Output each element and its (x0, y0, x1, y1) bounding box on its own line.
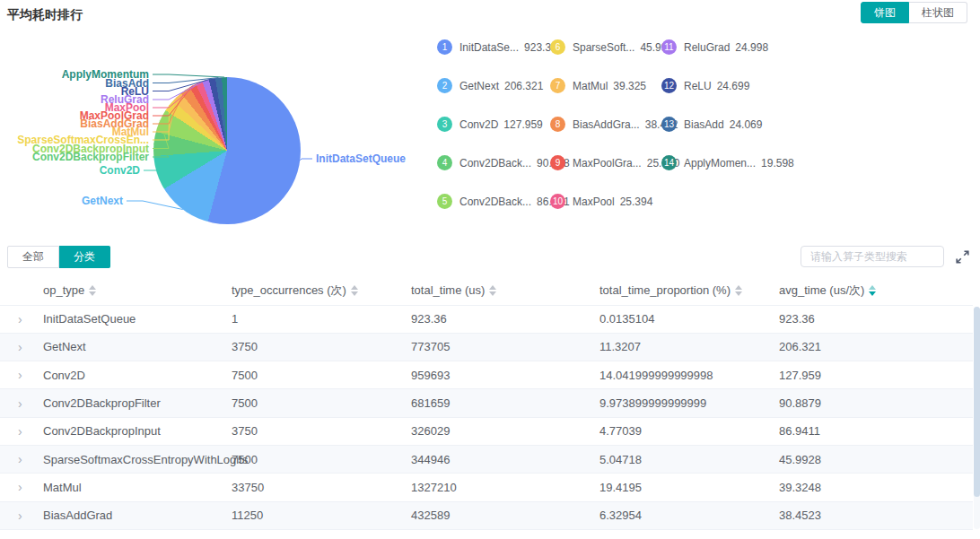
column-header[interactable]: avg_time (us/次) (779, 276, 973, 305)
legend-item: 11ReluGrad24.998 (661, 28, 814, 66)
chart-type-toggle: 饼图 柱状图 (861, 2, 967, 23)
table-cell: 11.3207 (599, 333, 779, 361)
table-cell: 923.36 (779, 305, 973, 333)
table-cell: Conv2DBackpropFilter (43, 389, 232, 417)
table-scope-tabs: 全部 分类 (7, 246, 110, 268)
column-header[interactable]: type_occurrences (次) (232, 276, 411, 305)
legend-rank-badge: 3 (437, 117, 452, 132)
table-row[interactable]: ›BiasAddGrad112504325896.3295438.4523 (0, 501, 973, 529)
column-header-label: avg_time (us/次) (779, 283, 864, 299)
row-expand-chevron-icon[interactable]: › (0, 397, 43, 410)
table-cell: 959693 (411, 361, 599, 389)
row-expand-chevron-icon[interactable]: › (0, 425, 43, 438)
table-cell: 206.321 (779, 333, 973, 361)
table-cell: InitDataSetQueue (43, 305, 232, 333)
table-row[interactable]: ›SparseSoftmaxCrossEntropyWithLogits7500… (0, 445, 973, 473)
column-header-label: op_type (43, 283, 84, 297)
sort-carets-icon[interactable] (869, 285, 876, 296)
table-cell: 19.4195 (599, 474, 779, 501)
tab-category[interactable]: 分类 (59, 246, 110, 268)
legend-op-name: MaxPoolGra... (573, 157, 642, 170)
pie-slice-label: Conv2D (100, 164, 140, 177)
legend-rank-badge: 13 (661, 117, 677, 132)
sort-carets-icon[interactable] (735, 285, 742, 296)
pie-view-button[interactable]: 饼图 (861, 2, 909, 23)
legend-op-name: MatMul (573, 80, 608, 92)
table-cell: BiasAddGrad (43, 501, 232, 529)
row-expand-chevron-icon[interactable]: › (0, 369, 43, 381)
column-header-label: total_time_proportion (%) (599, 283, 731, 297)
legend-op-name: Conv2D (459, 118, 498, 131)
legend-item: 5Conv2DBack...86.941 (437, 182, 550, 221)
legend-op-value: 25.394 (620, 196, 653, 208)
legend-op-name: MaxPool (573, 196, 615, 208)
legend-item: 3Conv2D127.959 (437, 105, 550, 143)
legend-op-name: ApplyMomen... (684, 157, 756, 170)
chart-legend: 1InitDataSe...923.3602GetNext206.3213Con… (437, 28, 814, 221)
pie-slice-label: ApplyMomentum (62, 68, 149, 81)
fullscreen-expand-icon[interactable] (956, 250, 969, 264)
legend-op-value: 24.699 (717, 80, 750, 92)
table-cell: 681659 (411, 389, 599, 417)
bar-view-button[interactable]: 柱状图 (909, 2, 967, 23)
column-header[interactable]: total_time (us) (411, 276, 599, 305)
table-row[interactable]: ›MatMul33750132721019.419539.3248 (0, 474, 973, 501)
search-input[interactable] (801, 246, 944, 267)
pie-slice-label: GetNext (82, 195, 123, 207)
pie-chart-panel: InitDataSetQueueGetNextConv2DConv2DBackp… (0, 27, 422, 238)
table-row[interactable]: ›Conv2DBackpropFilter75006816599.9738999… (0, 389, 973, 417)
table-scrollbar-track[interactable] (974, 307, 980, 529)
row-expand-chevron-icon[interactable]: › (0, 481, 43, 493)
legend-rank-badge: 9 (550, 155, 565, 170)
table-cell: 33750 (232, 474, 411, 501)
legend-item: 6SparseSoft...45.993 (550, 28, 661, 66)
legend-op-value: 24.069 (730, 118, 763, 131)
table-row[interactable]: ›InitDataSetQueue1923.360.0135104923.36 (0, 305, 973, 333)
table-row[interactable]: ›Conv2D750095969314.041999999999998127.9… (0, 361, 973, 389)
column-header[interactable]: total_time_proportion (%) (599, 276, 779, 305)
row-expand-chevron-icon[interactable]: › (0, 509, 43, 522)
table-cell: 4.77039 (599, 417, 779, 445)
column-header-label: type_occurrences (次) (232, 283, 346, 299)
sort-carets-icon[interactable] (489, 285, 496, 296)
legend-op-name: ReluGrad (684, 41, 730, 54)
table-cell: 7500 (232, 361, 411, 389)
legend-op-name: ReLU (684, 80, 712, 92)
row-expand-chevron-icon[interactable]: › (0, 341, 43, 353)
table-cell: 326029 (411, 417, 599, 445)
legend-rank-badge: 4 (437, 155, 452, 170)
legend-item: 14ApplyMomen...19.598 (661, 143, 814, 182)
pie-chart[interactable] (153, 77, 301, 224)
table-row[interactable]: ›Conv2DBackpropInput37503260294.7703986.… (0, 417, 973, 445)
legend-rank-badge: 12 (661, 78, 677, 93)
table-cell: 344946 (411, 445, 599, 473)
column-header[interactable]: op_type (43, 276, 232, 305)
row-expand-chevron-icon[interactable]: › (0, 453, 43, 465)
pie-leader-line (300, 159, 312, 161)
tab-all[interactable]: 全部 (7, 246, 59, 268)
legend-op-value: 19.598 (761, 157, 794, 170)
table-header-row: op_typetype_occurrences (次)total_time (u… (0, 276, 973, 305)
legend-op-name: BiasAdd (684, 118, 724, 131)
legend-rank-badge: 1 (437, 39, 452, 55)
legend-rank-badge: 10 (550, 194, 565, 209)
legend-op-name: Conv2DBack... (459, 196, 531, 208)
legend-rank-badge: 5 (437, 194, 452, 209)
column-header-label: total_time (us) (411, 283, 485, 297)
legend-op-name: InitDataSe... (459, 41, 519, 54)
pie-leader-line (153, 74, 224, 77)
table-row[interactable]: ›GetNext375077370511.3207206.321 (0, 333, 973, 361)
legend-op-value: 24.998 (735, 41, 768, 54)
legend-rank-badge: 11 (661, 39, 677, 55)
table-cell: 14.041999999999998 (599, 361, 779, 389)
legend-item: 9MaxPoolGra...25.740 (550, 143, 661, 182)
table-cell: MatMul (43, 474, 232, 501)
sort-carets-icon[interactable] (89, 285, 96, 296)
table-cell: 7500 (232, 389, 411, 417)
table-cell: 3750 (232, 333, 411, 361)
table-cell: 773705 (411, 333, 599, 361)
table-cell: 6.32954 (599, 501, 779, 529)
sort-carets-icon[interactable] (351, 285, 358, 296)
table-scrollbar-thumb[interactable] (974, 307, 980, 497)
row-expand-chevron-icon[interactable]: › (0, 313, 43, 326)
